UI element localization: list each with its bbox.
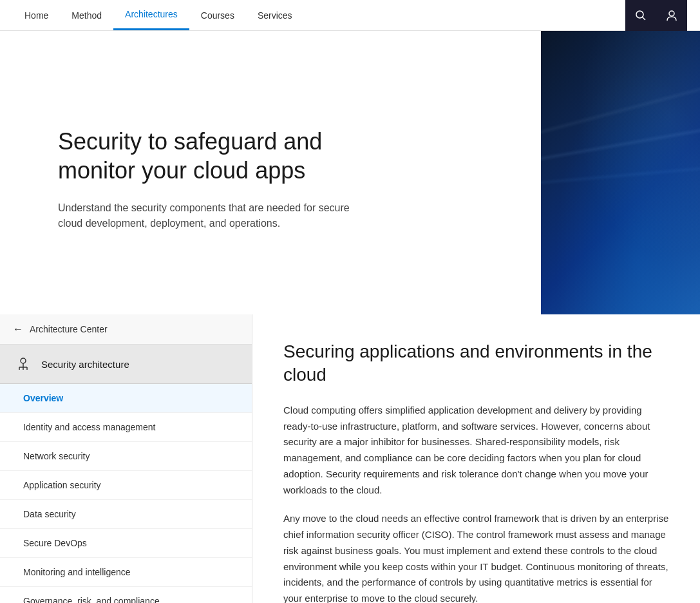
sidebar-item-devops[interactable]: Secure DevOps xyxy=(0,529,252,558)
sidebar: ← Architecture Center Security architect… xyxy=(0,314,252,603)
content-area: ← Architecture Center Security architect… xyxy=(0,314,700,603)
nav-services[interactable]: Services xyxy=(246,0,304,30)
sidebar-item-data[interactable]: Data security xyxy=(0,500,252,529)
sidebar-section[interactable]: Security architecture xyxy=(0,345,252,384)
nav-bar: Home Method Architectures Courses Servic… xyxy=(0,0,700,31)
profile-button[interactable] xyxy=(656,0,687,31)
main-content: Securing applications and environments i… xyxy=(252,314,700,603)
main-para-1: Cloud computing offers simplified applic… xyxy=(283,403,669,499)
hero-image xyxy=(541,31,700,314)
search-button[interactable] xyxy=(625,0,656,31)
sidebar-nav: Overview Identity and access management … xyxy=(0,384,252,603)
sidebar-back-label: Architecture Center xyxy=(30,324,108,334)
svg-point-0 xyxy=(636,11,643,18)
main-para-2: Any move to the cloud needs an effective… xyxy=(283,511,669,603)
sidebar-item-overview[interactable]: Overview xyxy=(0,384,252,413)
nav-home[interactable]: Home xyxy=(13,0,60,30)
back-arrow-icon: ← xyxy=(13,323,23,335)
sidebar-item-identity[interactable]: Identity and access management xyxy=(0,413,252,442)
hero-section: Security to safeguard and monitor your c… xyxy=(0,31,700,314)
nav-architectures[interactable]: Architectures xyxy=(113,0,189,30)
profile-icon xyxy=(666,10,677,21)
main-heading: Securing applications and environments i… xyxy=(283,340,669,387)
search-icon xyxy=(635,10,647,21)
nav-courses[interactable]: Courses xyxy=(189,0,246,30)
svg-line-1 xyxy=(643,17,646,20)
sidebar-item-network[interactable]: Network security xyxy=(0,442,252,471)
sidebar-item-monitoring[interactable]: Monitoring and intelligence xyxy=(0,558,252,587)
hero-title: Security to safeguard and monitor your c… xyxy=(58,127,406,185)
svg-point-2 xyxy=(669,11,674,16)
hero-text: Security to safeguard and monitor your c… xyxy=(0,31,541,314)
security-architecture-icon xyxy=(13,354,33,374)
sidebar-item-governance[interactable]: Governance, risk, and compliance xyxy=(0,587,252,603)
hero-subtitle: Understand the security components that … xyxy=(58,200,354,231)
sidebar-back-button[interactable]: ← Architecture Center xyxy=(0,314,252,345)
nav-right xyxy=(625,0,687,30)
sidebar-section-label: Security architecture xyxy=(41,359,129,370)
sidebar-item-application[interactable]: Application security xyxy=(0,471,252,500)
svg-point-3 xyxy=(21,358,26,363)
nav-method[interactable]: Method xyxy=(60,0,113,30)
